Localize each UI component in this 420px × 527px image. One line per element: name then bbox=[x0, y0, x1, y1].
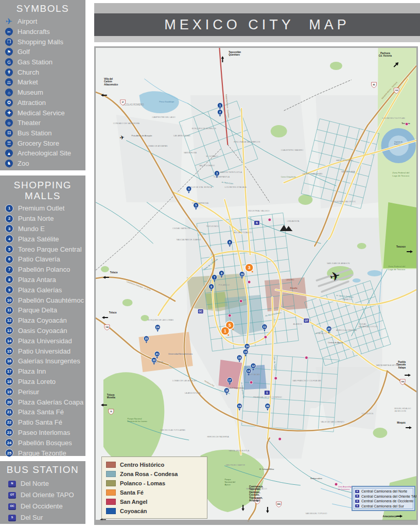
golf-icon: ⚑ bbox=[5, 48, 13, 56]
orange-marker[interactable]: 1 bbox=[221, 327, 229, 336]
poi-dot bbox=[335, 483, 338, 486]
handcrafts-icon: ✂ bbox=[5, 28, 13, 36]
mall-number-badge: 12 bbox=[5, 317, 13, 325]
theater-icon: ☺ bbox=[5, 119, 13, 127]
symbol-label: Archeological Site bbox=[18, 149, 71, 157]
district-color-swatch bbox=[106, 480, 116, 486]
district-legend-label: Coyoacán bbox=[120, 508, 147, 514]
bus-terminal-marker[interactable]: S bbox=[264, 391, 270, 395]
mall-item: 14Plaza Universidad bbox=[0, 336, 85, 346]
map-label: AZCAPOTZALCO bbox=[234, 231, 252, 234]
map-label: BOSQUES DE LAS LOMAS bbox=[148, 319, 173, 321]
svg-text:1: 1 bbox=[224, 328, 226, 333]
map-label: SANTA ROSA bbox=[184, 151, 197, 154]
mall-item: 19Perisur bbox=[0, 387, 85, 397]
map-label: Presa Guadalupe bbox=[159, 101, 174, 103]
bus-terminal-marker[interactable]: N bbox=[254, 221, 260, 225]
mall-number-badge: 19 bbox=[5, 388, 13, 396]
district-color-swatch bbox=[106, 462, 116, 468]
svg-text:15: 15 bbox=[110, 411, 112, 413]
mall-label: Parque Tezontle bbox=[18, 449, 66, 457]
shopping-malls-panel: SHOPPING MALLS 1Premium Outlet2Punta Nor… bbox=[0, 175, 85, 456]
symbol-item: ✚Medical Service bbox=[0, 108, 85, 118]
mall-number-badge: 10 bbox=[5, 296, 13, 304]
header-strip-top bbox=[94, 3, 420, 13]
park bbox=[383, 202, 416, 268]
mall-number-badge: 7 bbox=[5, 266, 13, 274]
mall-number-badge: 20 bbox=[5, 398, 13, 406]
map-label: AGRICOLA ORIENTAL bbox=[336, 329, 358, 331]
svg-text:132: 132 bbox=[395, 90, 398, 92]
svg-text:7: 7 bbox=[214, 276, 215, 279]
mall-label: Plaza Santa Fé bbox=[18, 408, 64, 416]
map-label: NAUCALPAN DE JUAREZ bbox=[177, 238, 201, 241]
bus-station-item: SDel Sur bbox=[0, 512, 85, 523]
poi-dot bbox=[250, 381, 253, 384]
map-label: Central de Abasto bbox=[328, 342, 343, 344]
mall-item: 5Toreo Parque Central bbox=[0, 244, 85, 254]
bus-terminal-label: Central Camionera del Oriente TAPO bbox=[361, 495, 418, 498]
mall-label: Plaza Galerías bbox=[18, 286, 62, 294]
map-label: SANTA CLARA bbox=[341, 170, 355, 173]
map-label: Zócalo bbox=[290, 287, 297, 289]
svg-text:Toluca: Toluca bbox=[110, 271, 118, 274]
map-label: CENTRO bbox=[286, 279, 294, 281]
svg-text:N: N bbox=[256, 222, 257, 224]
lake bbox=[353, 278, 361, 283]
shopping-malls-list: 1Premium Outlet2Punta Norte3Mundo E4Plaz… bbox=[0, 203, 85, 458]
mall-item: 21Plaza Santa Fé bbox=[0, 407, 85, 417]
poi-dot bbox=[278, 437, 282, 441]
svg-text:22: 22 bbox=[152, 359, 155, 362]
svg-text:6: 6 bbox=[229, 241, 231, 244]
poi-dot bbox=[274, 377, 277, 380]
district-legend-label: Polanco - Lomas bbox=[120, 480, 165, 486]
symbol-label: Zoo bbox=[18, 160, 29, 167]
map-label: CAMPESTRE DEL LAGO bbox=[152, 116, 175, 118]
map-canvas[interactable]: Depósito deEvaporaciónSolar✈✈NICOLAS ROM… bbox=[96, 48, 416, 523]
mall-label: Plaza Antara bbox=[18, 276, 56, 284]
mall-label: Premium Outlet bbox=[18, 204, 64, 212]
map-label: SAN MIGUEL TOPILEJO bbox=[305, 513, 327, 515]
symbols-title: SYMBOLS bbox=[0, 0, 85, 16]
map-label: SAN NICOLAS TOTOLAPAN bbox=[160, 429, 185, 431]
mall-number-badge: 11 bbox=[5, 306, 13, 314]
district-legend-row: Zona Rosa - Condesa bbox=[106, 469, 203, 479]
svg-text:14: 14 bbox=[246, 345, 249, 348]
mall-number-badge: 4 bbox=[5, 235, 13, 243]
map-label: VALLE DORADO bbox=[199, 164, 215, 167]
bus-terminal-marker[interactable]: OC bbox=[198, 309, 203, 314]
map-label: CARACOL bbox=[342, 298, 353, 301]
mall-number-badge: 21 bbox=[5, 408, 13, 416]
park bbox=[357, 243, 366, 249]
mall-number-badge: 18 bbox=[5, 377, 13, 385]
mall-item: 15Patio Universidad bbox=[0, 346, 85, 356]
bus-station-item: NDel Norte bbox=[0, 478, 85, 489]
park bbox=[122, 299, 133, 306]
map-label: SANTA URSULA XITLA bbox=[229, 450, 249, 452]
mall-number-badge: 24 bbox=[5, 438, 13, 447]
mall-number-badge: 15 bbox=[5, 347, 13, 355]
bus-terminal-marker[interactable]: OT bbox=[304, 319, 309, 323]
symbol-item: ⚖Market bbox=[0, 77, 85, 87]
map-label: SANTA MARTA ACATITLA bbox=[376, 364, 399, 366]
map-label: Embarcadero bbox=[310, 478, 322, 480]
mall-item: 3Mundo E bbox=[0, 224, 85, 234]
orange-marker[interactable]: 3 bbox=[245, 264, 253, 272]
symbol-item: GGas Station bbox=[0, 57, 85, 67]
mall-label: Patio Santa Fé bbox=[18, 418, 62, 426]
bus-terminal-row: BCentral Camionera del Oriente TAPO bbox=[355, 494, 412, 499]
mall-item: 12Plaza Coyoacán bbox=[0, 315, 85, 326]
map-label: VALLE DE SAN LORENZO bbox=[321, 421, 344, 423]
map-label: Zona Federal delLago de Texcoco bbox=[388, 265, 405, 271]
map-label: HANK GONZALEZ bbox=[336, 159, 354, 162]
mall-number-badge: 6 bbox=[5, 255, 13, 264]
svg-text:25: 25 bbox=[327, 327, 330, 330]
mall-item: 22Patio Santa Fé bbox=[0, 417, 85, 428]
park bbox=[330, 62, 342, 70]
grocery-store-icon: ☰ bbox=[5, 139, 13, 147]
map-label: CIUDAD SATELITE bbox=[172, 227, 190, 230]
map-label: IZTACALCO bbox=[316, 332, 327, 335]
mall-number-badge: 17 bbox=[5, 367, 13, 376]
bus-terminal-icon: B bbox=[355, 500, 359, 503]
mall-label: Patio Clavería bbox=[18, 255, 60, 263]
